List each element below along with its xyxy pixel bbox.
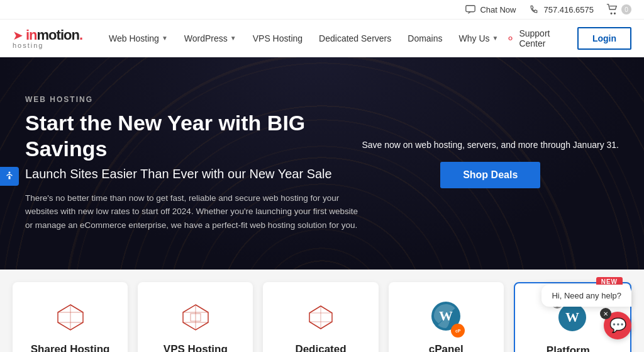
chevron-down-icon: ▼ — [492, 35, 499, 42]
dedicated-hosting-icon — [303, 300, 338, 335]
cpanel-badge: cP — [451, 324, 465, 338]
nav-item-web-hosting[interactable]: Web Hosting ▼ — [101, 28, 175, 48]
cart-badge: 0 — [621, 4, 631, 14]
hero-section: WEB HOSTING Start the New Year with BIG … — [0, 57, 644, 270]
hero-title: Start the New Year with BIG Savings — [25, 110, 362, 162]
nav-links: Web Hosting ▼ WordPress ▼ VPS Hosting De… — [101, 28, 506, 48]
navbar: ➤ inmotion. hosting Web Hosting ▼ WordPr… — [0, 20, 644, 57]
hero-tag: WEB HOSTING — [25, 95, 362, 104]
chat-bubble-text: Hi, Need any help? — [552, 291, 621, 300]
nav-right: ⚬ Support Center Login — [506, 27, 631, 50]
nav-item-vps[interactable]: VPS Hosting — [245, 28, 310, 48]
card-shared-hosting[interactable]: Shared Hosting Cost effective and fast — [13, 282, 128, 352]
support-icon: ⚬ — [506, 31, 515, 45]
logo-arrow-icon: ➤ — [13, 28, 23, 43]
hero-content-right: Save now on web hosting, servers, and mo… — [362, 139, 619, 188]
shared-hosting-icon — [53, 300, 88, 335]
phone-number: 757.416.6575 — [543, 5, 594, 14]
logo-subtitle: hosting — [13, 42, 43, 49]
hero-content-left: WEB HOSTING Start the New Year with BIG … — [25, 95, 362, 232]
accessibility-button[interactable] — [0, 167, 19, 186]
svg-point-2 — [614, 13, 616, 14]
cart-icon — [606, 4, 618, 15]
hero-subtitle: Launch Sites Easier Than Ever with our N… — [25, 167, 362, 181]
support-label: Support Center — [519, 28, 567, 48]
close-chat-button[interactable]: ✕ — [600, 308, 611, 319]
cart-link[interactable]: 0 — [606, 4, 631, 15]
chat-icon — [465, 4, 476, 15]
nav-item-why-us[interactable]: Why Us ▼ — [452, 28, 506, 48]
chat-widget: Hi, Need any help? ✕ 💬 — [541, 285, 631, 339]
card-title: VPS Hosting — [150, 343, 240, 352]
logo-text: inmotion. — [26, 28, 82, 42]
nav-item-wordpress[interactable]: WordPress ▼ — [177, 28, 244, 48]
hero-body: There's no better time than now to get f… — [25, 191, 362, 232]
support-center-link[interactable]: ⚬ Support Center — [506, 28, 567, 48]
chevron-down-icon: ▼ — [230, 35, 236, 42]
top-bar: Chat Now 757.416.6575 0 — [0, 0, 644, 20]
shop-deals-button[interactable]: Shop Deals — [440, 162, 540, 188]
chevron-down-icon: ▼ — [162, 35, 168, 42]
card-vps-hosting[interactable]: VPS Hosting For high traffic sites — [138, 282, 253, 352]
phone-link[interactable]: 757.416.6575 — [528, 4, 594, 15]
phone-icon — [528, 4, 540, 15]
vps-hosting-icon — [178, 300, 213, 335]
card-title: Platform... — [528, 344, 618, 352]
nav-item-domains[interactable]: Domains — [400, 28, 450, 48]
card-dedicated-hosting[interactable]: Dedicated Hosting For the largest sites — [263, 282, 378, 352]
login-button[interactable]: Login — [577, 27, 631, 50]
svg-rect-0 — [466, 6, 475, 12]
hero-right-text: Save now on web hosting, servers, and mo… — [362, 139, 619, 152]
svg-point-13 — [9, 171, 11, 173]
nav-item-dedicated[interactable]: Dedicated Servers — [311, 28, 399, 48]
chat-label: Chat Now — [480, 5, 516, 14]
logo[interactable]: ➤ inmotion. hosting — [13, 28, 82, 49]
svg-point-1 — [611, 13, 612, 14]
card-cpanel-wordpress[interactable]: W cP cPanel WordPress Expertly tuned — [389, 282, 504, 352]
svg-text:W: W — [439, 308, 453, 324]
chat-now-link[interactable]: Chat Now — [465, 4, 516, 15]
card-title: Shared Hosting — [25, 343, 115, 352]
card-title: cPanel WordPress — [401, 343, 491, 352]
chat-bubble: Hi, Need any help? — [541, 285, 631, 307]
card-title: Dedicated Hosting — [275, 343, 365, 352]
cpanel-wordpress-icon: W cP — [428, 300, 464, 335]
